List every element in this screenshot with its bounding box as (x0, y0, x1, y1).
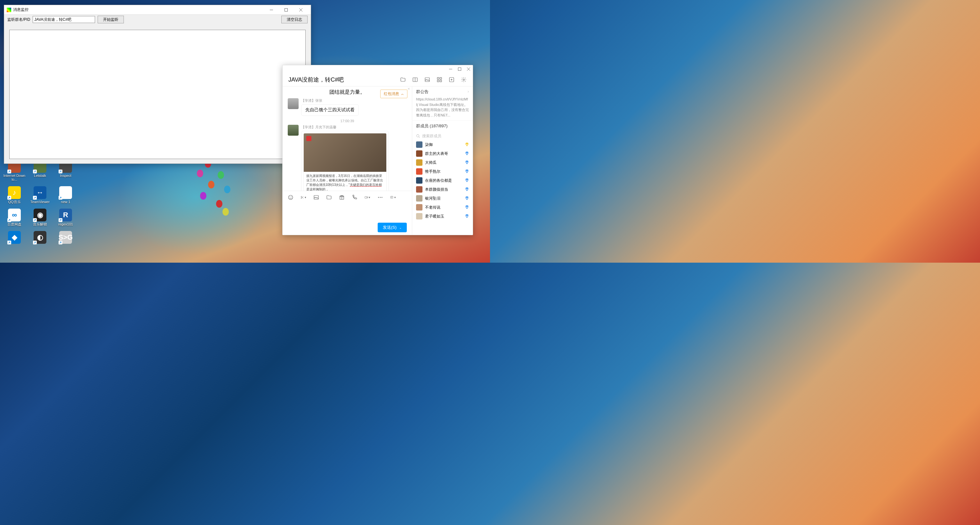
member-item[interactable]: 大帅瓜 (412, 158, 473, 167)
avatar[interactable] (288, 98, 299, 109)
chat-title: JAVA没前途，转C#吧 (288, 76, 400, 84)
monitor-window: 消息监控 监听群名/PID 开始监听 清空日志 (4, 5, 311, 164)
group-announcement[interactable]: 群公告› https://cloud.189.cn/t/VJfYVnIzMfIj… (412, 86, 473, 121)
svg-point-38 (467, 189, 468, 189)
group-name-input[interactable] (33, 16, 95, 23)
monitor-toolbar: 监听群名/PID 开始监听 清空日志 (4, 15, 311, 24)
svg-point-18 (463, 79, 465, 80)
book-icon[interactable] (412, 76, 418, 83)
folder-icon[interactable] (400, 76, 406, 83)
member-name: 惟手熟尔 (425, 169, 463, 174)
message-input[interactable] (283, 203, 412, 223)
timestamp: 17:00:39 (288, 119, 407, 123)
svg-line-32 (418, 136, 420, 138)
desktop-icon[interactable]: ∞↗百度网盘 (3, 209, 25, 226)
phone-icon[interactable] (352, 195, 358, 200)
member-name: 银河坠泪 (425, 196, 463, 201)
member-name: 本群颜值担当 (425, 187, 463, 192)
svg-rect-13 (437, 80, 439, 82)
svg-rect-29 (365, 197, 367, 198)
picture-icon[interactable] (313, 195, 319, 200)
desktop-icon[interactable]: ↔↗TeamViewer (29, 186, 51, 204)
file-icon[interactable] (326, 195, 332, 200)
scissors-icon[interactable]: ▾ (301, 195, 306, 200)
svg-rect-11 (437, 78, 439, 79)
window-title: 消息监控 (13, 7, 264, 13)
history-icon[interactable]: ▾ (390, 195, 396, 200)
member-name: 大帅瓜 (425, 160, 463, 165)
svg-point-36 (467, 171, 468, 171)
chat-window: JAVA没前途，转C#吧 ✕ 红包消息 ︽ 团结就是力量。 (282, 65, 473, 235)
desktop-icon[interactable]: ◆↗ (3, 231, 25, 244)
member-name: 群主的大表哥 (425, 151, 463, 157)
member-item[interactable]: 本群颜值担当 (412, 185, 473, 194)
video-icon[interactable]: ▾ (364, 195, 370, 200)
message-scroll[interactable]: 团结就是力量。 【学渣】张张 先自己饿个三四天试试看 17:00:39 【学渣】… (283, 86, 412, 191)
add-icon[interactable] (449, 76, 455, 83)
maximize-button[interactable] (458, 68, 461, 71)
app-icon (7, 8, 11, 12)
start-listen-button[interactable]: 开始监听 (98, 16, 124, 23)
desktop-icon[interactable]: ♪↗QQ音乐 (3, 186, 25, 204)
svg-point-35 (467, 162, 468, 163)
svg-point-31 (417, 135, 419, 137)
minimize-button[interactable] (264, 5, 279, 15)
member-name: 不老传说 (425, 205, 463, 210)
red-packet-notice[interactable]: 红包消息 ︽ (380, 90, 407, 98)
monitor-titlebar[interactable]: 消息监控 (4, 5, 311, 15)
svg-rect-10 (425, 78, 430, 82)
desktop-icon[interactable]: ◉↗音乐解锁 (29, 209, 51, 226)
sender-name: 【学渣】月光下的温馨 (301, 125, 407, 130)
more-icon[interactable]: ⋯ (377, 195, 383, 200)
input-toolbar: ▾ ▾ ⋯ ▾ (283, 191, 412, 203)
desktop-icon[interactable]: ↗new 1 (54, 186, 77, 204)
avatar[interactable] (288, 125, 299, 136)
member-search[interactable]: 搜索群成员 (412, 132, 473, 140)
member-badge-icon (465, 178, 469, 183)
member-name: 君子暖如玉 (425, 214, 463, 219)
close-panel-icon[interactable]: ✕ (407, 87, 410, 90)
member-item[interactable]: 银河坠泪 (412, 194, 473, 203)
settings-icon[interactable] (461, 76, 467, 83)
member-badge-icon (465, 160, 469, 165)
maximize-button[interactable] (279, 5, 293, 15)
member-badge-icon (465, 142, 469, 147)
member-avatar (416, 159, 422, 166)
member-avatar (416, 204, 422, 211)
member-badge-icon (465, 151, 469, 156)
member-item[interactable]: 君子暖如玉 (412, 212, 473, 221)
emoji-icon[interactable] (288, 195, 293, 200)
close-button[interactable] (467, 68, 470, 71)
log-textarea[interactable] (9, 30, 305, 159)
gift-icon[interactable] (339, 195, 345, 200)
member-avatar (416, 177, 422, 184)
apps-icon[interactable] (436, 76, 442, 83)
member-badge-icon (465, 187, 469, 192)
svg-point-33 (467, 144, 468, 144)
desktop-icon[interactable]: R↗regex101 (54, 209, 77, 226)
chat-header: JAVA没前途，转C#吧 (283, 73, 473, 86)
member-badge-icon (465, 205, 469, 209)
member-avatar (416, 213, 422, 219)
desktop-icon[interactable]: ◐↗ (29, 231, 51, 244)
svg-point-40 (467, 206, 468, 207)
member-item[interactable]: 惟手熟尔 (412, 167, 473, 176)
member-name: 在座的各位都是 (425, 178, 463, 183)
member-item[interactable]: 群主的大表哥 (412, 149, 473, 158)
clear-log-button[interactable]: 清空日志 (281, 16, 307, 23)
svg-rect-30 (390, 196, 393, 198)
send-button[interactable]: 发送(S)⌄ (378, 223, 407, 232)
member-item[interactable]: 在座的各位都是 (412, 176, 473, 185)
close-button[interactable] (293, 5, 308, 15)
sender-name: 【学渣】张张 (301, 98, 407, 103)
image-icon[interactable] (424, 76, 431, 83)
member-item[interactable]: 不老传说 (412, 203, 473, 212)
message-image-bubble[interactable]: 据九派新闻视频报道，3月16日，在湖南岳阳的插旗菜业工作人员称，被曝光脚也承认场… (301, 131, 389, 191)
member-item[interactable]: 柒御 (412, 140, 473, 149)
message-row: 【学渣】张张 先自己饿个三四天试试看 (288, 98, 407, 116)
member-badge-icon (465, 169, 469, 174)
member-avatar (416, 186, 422, 193)
member-list[interactable]: 柒御 群主的大表哥 大帅瓜 惟手熟尔 在座的各位都是 本群颜值担当 银河坠泪 不… (412, 140, 473, 235)
desktop-icon[interactable]: S>G↗ (54, 231, 77, 244)
minimize-button[interactable] (449, 68, 452, 71)
